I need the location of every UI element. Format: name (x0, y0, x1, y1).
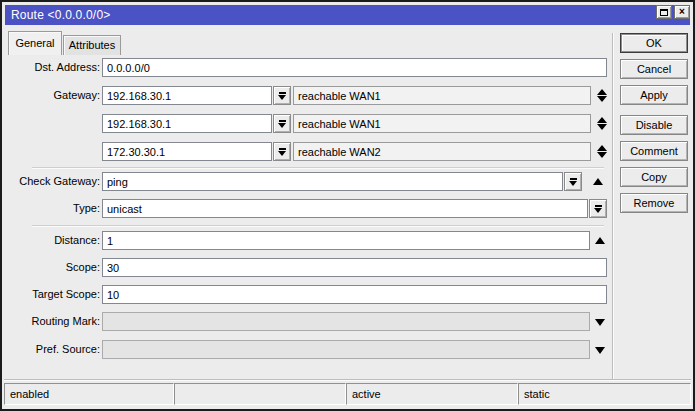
dropdown-down-arrow-icon[interactable] (595, 319, 605, 326)
down-arrow-icon (597, 124, 607, 130)
routing-mark-row: Routing Mark: (7, 312, 612, 331)
dst-address-input[interactable] (102, 58, 607, 77)
gateway-dropdown-button[interactable] (273, 142, 291, 161)
target-scope-label: Target Scope: (7, 285, 100, 304)
gateway-updown-button[interactable] (596, 114, 608, 133)
routing-mark-field (102, 312, 590, 331)
distance-label: Distance: (7, 231, 100, 250)
check-gateway-row: Check Gateway: (7, 172, 612, 191)
status-enabled: enabled (4, 383, 174, 405)
maximize-button[interactable] (656, 5, 672, 19)
up-arrow-icon (597, 89, 607, 95)
pref-source-row: Pref. Source: (7, 340, 612, 359)
collapse-up-arrow-icon[interactable] (593, 178, 603, 185)
status-active: active (346, 383, 518, 405)
gateway-row (7, 114, 612, 133)
dropdown-bar-arrow-icon (278, 148, 286, 156)
target-scope-input[interactable] (102, 285, 607, 304)
down-arrow-icon (597, 96, 607, 102)
cancel-button[interactable]: Cancel (620, 59, 688, 79)
routing-mark-label: Routing Mark: (7, 312, 100, 331)
panel-divider (612, 33, 614, 379)
disable-button[interactable]: Disable (620, 115, 688, 135)
pref-source-label: Pref. Source: (7, 340, 100, 359)
pref-source-field (102, 340, 590, 359)
type-input[interactable] (102, 199, 588, 218)
status-empty (174, 383, 346, 405)
gateway-status-field (293, 86, 591, 105)
statusbar-divider (4, 379, 691, 381)
type-dropdown-button[interactable] (589, 199, 607, 218)
gateway-status-field (293, 142, 591, 161)
distance-row: Distance: (7, 231, 612, 250)
gateway-input[interactable] (102, 142, 272, 161)
gateway-dropdown-button[interactable] (273, 86, 291, 105)
scope-input[interactable] (102, 258, 607, 277)
target-scope-row: Target Scope: (7, 285, 612, 304)
window-titlebar[interactable]: Route <0.0.0.0/0> (5, 5, 690, 25)
gateway-row (7, 142, 612, 161)
dropdown-bar-arrow-icon (569, 178, 577, 186)
close-button[interactable]: × (674, 5, 690, 19)
dropdown-bar-arrow-icon (278, 120, 286, 128)
gateway-status-field (293, 114, 591, 133)
down-arrow-icon (597, 152, 607, 158)
collapse-up-arrow-icon[interactable] (595, 237, 605, 244)
tab-attributes[interactable]: Attributes (63, 35, 121, 55)
maximize-icon (660, 9, 668, 16)
tab-general[interactable]: General (8, 31, 62, 55)
group-separator (32, 167, 604, 169)
gateway-updown-button[interactable] (596, 142, 608, 161)
gateway-input[interactable] (102, 114, 272, 133)
group-separator (32, 225, 604, 227)
up-arrow-icon (597, 117, 607, 123)
dropdown-bar-arrow-icon (594, 205, 602, 213)
status-static: static (518, 383, 691, 405)
type-row: Type: (7, 199, 612, 218)
type-label: Type: (7, 199, 100, 218)
scope-label: Scope: (7, 258, 100, 277)
check-gateway-label: Check Gateway: (7, 172, 100, 191)
route-dialog: Route <0.0.0.0/0> × General Attributes D… (0, 0, 695, 411)
dropdown-bar-arrow-icon (278, 92, 286, 100)
comment-button[interactable]: Comment (620, 141, 688, 161)
apply-button[interactable]: Apply (620, 85, 688, 105)
gateway-input[interactable] (102, 86, 272, 105)
ok-button[interactable]: OK (620, 33, 688, 53)
check-gateway-dropdown-button[interactable] (564, 172, 582, 191)
dst-address-label: Dst. Address: (7, 58, 100, 77)
remove-button[interactable]: Remove (620, 193, 688, 213)
gateway-dropdown-button[interactable] (273, 114, 291, 133)
check-gateway-input[interactable] (102, 172, 563, 191)
scope-row: Scope: (7, 258, 612, 277)
copy-button[interactable]: Copy (620, 167, 688, 187)
gateway-row: Gateway: (7, 86, 612, 105)
dst-address-row: Dst. Address: (7, 58, 607, 77)
up-arrow-icon (597, 145, 607, 151)
window-title: Route <0.0.0.0/0> (5, 8, 110, 22)
distance-input[interactable] (102, 231, 590, 250)
dropdown-down-arrow-icon[interactable] (595, 347, 605, 354)
gateway-label: Gateway: (7, 86, 100, 105)
close-icon: × (679, 8, 685, 16)
gateway-updown-button[interactable] (596, 86, 608, 105)
